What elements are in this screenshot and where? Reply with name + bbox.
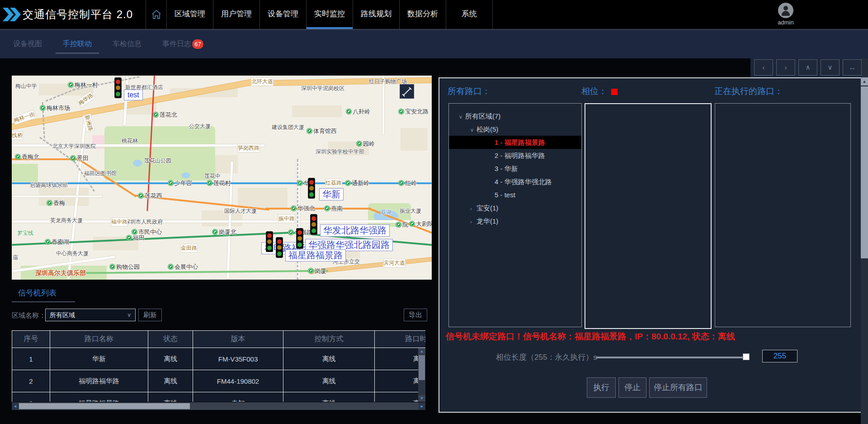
tree-item-1 - 福星路福景路[interactable]: 1 - 福星路福景路: [449, 136, 581, 149]
vertical-scroll-thumb[interactable]: [419, 355, 425, 380]
metro-station-icon: [40, 105, 45, 110]
table-cell: 离线: [148, 392, 193, 402]
scroll-right-icon[interactable]: ▸: [419, 402, 425, 410]
export-button[interactable]: 导出: [404, 309, 427, 321]
phase-length-slider[interactable]: [596, 357, 747, 358]
nav-item-路线规划[interactable]: 路线规划: [353, 0, 399, 29]
table-cell: 1: [12, 348, 50, 370]
station-label: 梅林一村: [75, 81, 98, 89]
table-vertical-scrollbar[interactable]: ▲ ▼: [418, 348, 425, 402]
scroll-up-button[interactable]: ∧: [798, 59, 817, 76]
user-menu[interactable]: admin: [769, 2, 803, 26]
map-label-深圳市人民政府: 深圳市人民政府: [125, 218, 163, 226]
map[interactable]: 梅林一村梅林市场莲花北八卦岭宝安北路体育馆西园岭香梅北景田莲花西香梅少年宫莲花村…: [12, 76, 432, 280]
tree-item-龙华(1)[interactable]: ›龙华(1): [449, 214, 581, 228]
table-row[interactable]: 3福星路福景路离线未知离线离线: [12, 392, 426, 402]
traffic-light-marker[interactable]: [266, 231, 273, 252]
tree-item-4 - 华强路华强北路[interactable]: 4 - 华强路华强北路: [449, 175, 581, 188]
nav-item-用户管理[interactable]: 用户管理: [213, 0, 259, 29]
chevron-right-icon[interactable]: ›: [470, 215, 476, 229]
scroll-right-button[interactable]: ›: [776, 59, 795, 76]
tree-item-label: 2 - 福明路福华路: [495, 152, 545, 159]
nav-item-设备管理[interactable]: 设备管理: [259, 0, 306, 29]
scroll-down-button[interactable]: ∨: [821, 59, 840, 76]
map-label-滨河大道: 滨河大道: [383, 259, 405, 267]
scroll-left-button[interactable]: ‹: [754, 59, 773, 76]
map-label-中心商务大厦: 中心商务大厦: [56, 250, 89, 257]
station-label: 会展中心: [175, 263, 198, 271]
map-park: [12, 164, 38, 182]
metro-station-icon: [346, 109, 351, 114]
metro-station-icon: [71, 156, 75, 161]
nav-item-系统[interactable]: 系统: [446, 0, 493, 29]
table-cell: 福明路福华路: [50, 370, 148, 392]
table-horizontal-scrollbar[interactable]: ◂ ▸: [12, 402, 425, 410]
tab-事件日志[interactable]: 事件日志67: [162, 30, 203, 59]
tree-item-宝安(1)[interactable]: ›宝安(1): [449, 201, 581, 214]
horizontal-scroll-thumb[interactable]: [19, 403, 190, 409]
tree-item-2 - 福明路福华路[interactable]: 2 - 福明路福华路: [449, 149, 581, 162]
region-name-label: 区域名称：: [12, 311, 46, 320]
tree-item-所有区域(7)[interactable]: ∨所有区域(7): [449, 110, 581, 123]
map-measure-button[interactable]: [400, 84, 414, 99]
traffic-light-marker[interactable]: [114, 77, 122, 98]
metro-station-icon: [45, 239, 50, 244]
table-row[interactable]: 2福明路福华路离线FM44-190802离线离线: [12, 370, 426, 392]
junction-callout-test[interactable]: test: [124, 90, 143, 100]
station-label: 岗厦: [315, 267, 326, 275]
home-button[interactable]: [146, 0, 166, 29]
stop-button[interactable]: 停止: [618, 377, 646, 398]
station-label: 八卦岭: [353, 108, 370, 116]
metro-station-体育馆西: 体育馆西: [307, 129, 312, 133]
tree-item-label: 宝安(1): [476, 204, 498, 212]
station-label: 通新岭: [352, 179, 369, 187]
chevron-down-icon[interactable]: ∨: [470, 124, 476, 137]
map-label-笋岗西路: 笋岗西路: [238, 144, 259, 152]
junction-callout-华新[interactable]: 华新: [319, 188, 344, 200]
traffic-light-marker[interactable]: [296, 228, 303, 249]
scroll-left-icon[interactable]: ◂: [12, 402, 19, 410]
metro-station-icon: [308, 268, 313, 273]
table-header-路口名称: 路口名称: [50, 331, 148, 348]
metro-station-icon: [212, 229, 217, 234]
metro-station-燕南: 燕南: [325, 206, 330, 211]
tab-手控联动[interactable]: 手控联动: [63, 30, 92, 59]
traffic-light-marker[interactable]: [308, 178, 315, 199]
junction-callout-福星路福景路[interactable]: 福星路福景路: [285, 249, 346, 262]
traffic-light-marker[interactable]: [310, 214, 317, 235]
table-cell: 离线: [283, 348, 375, 370]
nav-item-数据分析[interactable]: 数据分析: [399, 0, 446, 29]
scroll-down-icon[interactable]: ▼: [418, 395, 425, 402]
table-header-控制方式: 控制方式: [283, 331, 375, 348]
scroll-up-icon[interactable]: ▲: [418, 348, 425, 355]
tab-设备视图[interactable]: 设备视图: [13, 30, 42, 59]
region-select[interactable]: 所有区域 ∨: [45, 309, 136, 321]
resize-horizontal-button[interactable]: ↔: [843, 59, 862, 76]
traffic-light-marker[interactable]: [276, 237, 283, 258]
table-row[interactable]: 1华新离线FM-V35F003离线离线: [12, 348, 426, 370]
nav-item-实时监控[interactable]: 实时监控: [306, 0, 353, 29]
metro-station-红岭: 红岭: [399, 181, 404, 186]
phase-length-input[interactable]: 255: [762, 350, 797, 362]
slider-handle[interactable]: [743, 353, 750, 360]
page-scrollbar[interactable]: ▲: [861, 58, 868, 424]
refresh-button[interactable]: 刷新: [138, 309, 162, 321]
nav-item-区域管理[interactable]: 区域管理: [166, 0, 213, 29]
tree-item-5 - test[interactable]: 5 - test: [449, 188, 581, 201]
page-scroll-thumb[interactable]: [861, 86, 868, 258]
tab-车检信息[interactable]: 车检信息: [113, 30, 142, 59]
stop-all-button[interactable]: 停止所有路口: [649, 377, 707, 398]
chevron-down-icon[interactable]: ∨: [459, 110, 465, 124]
map-label-桃花林: 桃花林: [122, 137, 138, 145]
tree-item-松岗(5)[interactable]: ∨松岗(5): [449, 123, 581, 136]
junction-callout-华发北路华强路[interactable]: 华发北路华强路: [320, 224, 390, 237]
execute-button[interactable]: 执行: [587, 377, 616, 398]
table-cell: 华新: [50, 348, 148, 370]
metro-line-orange: [265, 208, 371, 210]
tree-item-3 - 华新[interactable]: 3 - 华新: [449, 162, 581, 175]
station-label: 大剧院: [416, 220, 432, 228]
scroll-up-icon[interactable]: ▲: [861, 77, 868, 86]
metro-station-icon: [307, 129, 312, 133]
chevron-right-icon[interactable]: ›: [470, 202, 476, 215]
station-label: 购物公园: [116, 263, 140, 271]
